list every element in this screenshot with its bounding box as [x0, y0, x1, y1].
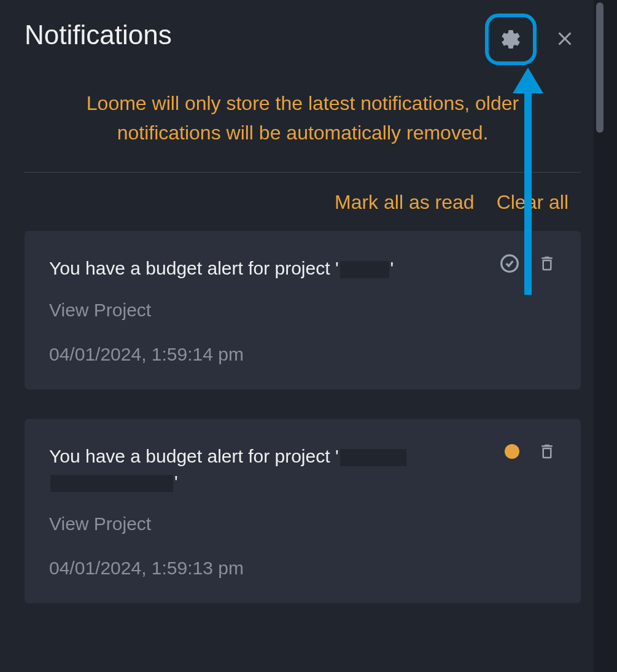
delete-button[interactable]	[538, 253, 556, 274]
message-prefix: You have a budget alert for project '	[49, 446, 339, 466]
card-icon-group	[500, 253, 556, 274]
message-suffix: '	[390, 258, 394, 278]
notification-card: You have a budget alert for project '' V…	[25, 231, 581, 389]
bulk-actions: Mark all as read Clear all	[0, 173, 605, 231]
panel-header: Notifications	[0, 0, 605, 65]
info-banner: Loome will only store the latest notific…	[0, 65, 605, 172]
unread-indicator	[505, 444, 519, 459]
notification-card: You have a budget alert for project '' V…	[25, 419, 581, 603]
notifications-panel: Notifications Loome will only store the …	[0, 0, 605, 672]
redacted-project-name	[50, 475, 173, 492]
page-title: Notifications	[25, 20, 485, 50]
clear-all-button[interactable]: Clear all	[497, 191, 568, 214]
message-suffix: '	[174, 472, 178, 492]
message-prefix: You have a budget alert for project '	[49, 258, 339, 278]
close-icon	[554, 28, 576, 50]
view-project-link[interactable]: View Project	[49, 300, 151, 321]
card-content: You have a budget alert for project '' V…	[49, 443, 556, 579]
close-button[interactable]	[549, 23, 581, 57]
redacted-project-name	[340, 261, 389, 278]
trash-icon	[538, 441, 556, 462]
redacted-project-name	[340, 449, 406, 466]
notification-timestamp: 04/01/2024, 1:59:14 pm	[49, 344, 470, 365]
notification-timestamp: 04/01/2024, 1:59:13 pm	[49, 558, 470, 579]
notification-message: You have a budget alert for project ''	[49, 443, 470, 495]
header-icon-group	[485, 14, 581, 65]
settings-button[interactable]	[485, 14, 537, 65]
scrollbar-thumb[interactable]	[596, 2, 603, 133]
check-circle-icon	[500, 254, 519, 273]
mark-read-button[interactable]	[500, 254, 519, 273]
card-content: You have a budget alert for project '' V…	[49, 256, 556, 365]
view-project-link[interactable]: View Project	[49, 514, 151, 534]
card-icon-group	[505, 441, 556, 462]
trash-icon	[538, 253, 556, 274]
scrollbar-track[interactable]	[594, 0, 605, 672]
notification-message: You have a budget alert for project ''	[49, 256, 470, 281]
gear-icon	[500, 28, 522, 50]
delete-button[interactable]	[538, 441, 556, 462]
mark-all-read-button[interactable]: Mark all as read	[335, 191, 475, 214]
